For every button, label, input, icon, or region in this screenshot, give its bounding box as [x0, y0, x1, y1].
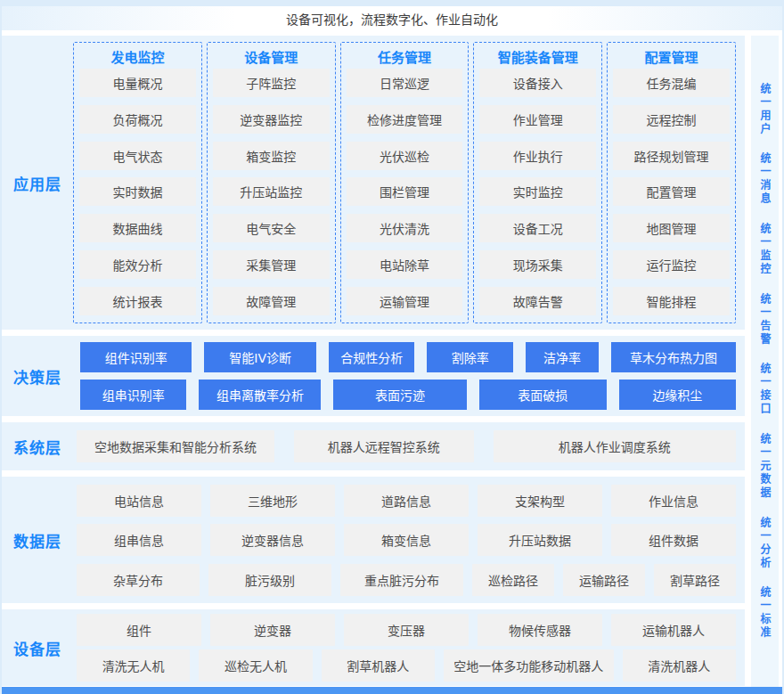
application-columns: 发电监控电量概况负荷概况电气状态实时数据数据曲线能效分析统计报表设备管理子阵监控…: [73, 36, 736, 330]
app-item: 路径规划管理: [613, 142, 730, 170]
device-row: 清洗无人机巡检无人机割草机器人空地一体多功能移动机器人清洗机器人: [73, 649, 736, 682]
data-item: 运输路径: [563, 564, 645, 596]
decision-item: 割除率: [427, 342, 513, 372]
decision-row: 组件识别率智能IV诊断合规性分析割除率洁净率草木分布热力图: [73, 342, 736, 372]
data-item: 三维地形: [210, 485, 335, 517]
app-item: 能效分析: [79, 250, 196, 279]
device-item: 变压器: [344, 614, 469, 646]
decision-layer-content: 组件识别率智能IV诊断合规性分析割除率洁净率草木分布热力图组串识别率组串离散率分…: [73, 336, 745, 416]
decision-item: 草木分布热力图: [611, 342, 736, 372]
app-item: 设备工况: [479, 214, 596, 242]
app-column-items: 子阵监控逆变器监控箱变监控升压站监控电气安全采集管理故障管理: [213, 69, 330, 315]
app-column: 配置管理任务混编远程控制路径规划管理配置管理地图管理运行监控智能排程: [607, 42, 736, 323]
app-column-header: 配置管理: [613, 47, 730, 69]
app-item: 电量概况: [79, 69, 196, 97]
title-bar: 设备可视化，流程数字化、作业自动化: [2, 6, 782, 30]
app-item: 日常巡逻: [347, 69, 463, 97]
app-item: 故障告警: [479, 287, 596, 315]
system-layer-label: 系统层: [2, 422, 73, 470]
architecture-diagram: 设备可视化，流程数字化、作业自动化 应用层 发电监控电量概况负荷概况电气状态实时…: [0, 0, 784, 694]
app-item: 升压站监控: [213, 177, 330, 206]
app-column: 发电监控电量概况负荷概况电气状态实时数据数据曲线能效分析统计报表: [73, 42, 202, 323]
data-row: 杂草分布脏污级别重点脏污分布巡检路径运输路径割草路径: [73, 564, 736, 596]
device-item: 逆变器: [210, 614, 335, 646]
decision-row: 组串识别率组串离散率分析表面污迹表面破损边缘积尘: [73, 380, 736, 410]
app-item: 运行监控: [613, 250, 730, 279]
app-item: 负荷概况: [79, 105, 196, 134]
sidebar-item: 统一告警: [757, 293, 772, 347]
app-item: 围栏管理: [347, 177, 463, 206]
data-rows: 电站信息三维地形道路信息支架构型作业信息组串信息逆变器信息箱变信息升压站数据组件…: [73, 477, 736, 603]
app-column-header: 发电监控: [79, 47, 196, 69]
application-layer-label: 应用层: [2, 36, 73, 330]
app-item: 作业执行: [479, 142, 596, 170]
app-item: 统计报表: [79, 287, 196, 315]
data-row: 组串信息逆变器信息箱变信息升压站数据组件数据: [73, 524, 736, 556]
app-item: 远程控制: [613, 105, 730, 134]
application-layer-band: 应用层 发电监控电量概况负荷概况电气状态实时数据数据曲线能效分析统计报表设备管理…: [2, 36, 745, 330]
app-column-items: 日常巡逻检修进度管理光伏巡检围栏管理光伏清洗电站除草运输管理: [347, 69, 463, 315]
app-item: 设备接入: [479, 69, 596, 97]
app-item: 检修进度管理: [347, 105, 463, 134]
app-item: 任务混编: [613, 69, 730, 97]
app-column: 任务管理日常巡逻检修进度管理光伏巡检围栏管理光伏清洗电站除草运输管理: [340, 42, 470, 323]
system-layer-content: 空地数据采集和智能分析系统机器人远程智控系统机器人作业调度系统: [73, 422, 745, 470]
data-item: 逆变器信息: [210, 524, 335, 556]
sidebar-item: 统一用户: [757, 83, 772, 136]
app-item: 实时监控: [479, 177, 596, 206]
system-items: 空地数据采集和智能分析系统机器人远程智控系统机器人作业调度系统: [73, 422, 736, 470]
app-item: 电气状态: [79, 142, 196, 170]
device-item: 清洗无人机: [77, 649, 190, 682]
app-item: 逆变器监控: [213, 105, 330, 134]
app-column-header: 设备管理: [213, 47, 330, 69]
device-item: 割草机器人: [322, 649, 435, 682]
data-layer-label: 数据层: [2, 477, 73, 603]
decision-item: 合规性分析: [329, 342, 415, 372]
device-layer-label: 设备层: [2, 609, 73, 686]
data-item: 支架构型: [478, 485, 602, 517]
app-item: 智能排程: [613, 287, 730, 315]
top-edge-strip: [2, 0, 782, 6]
system-item: 机器人作业调度系统: [494, 430, 736, 462]
data-row: 电站信息三维地形道路信息支架构型作业信息: [73, 485, 736, 517]
decision-rows: 组件识别率智能IV诊断合规性分析割除率洁净率草木分布热力图组串识别率组串离散率分…: [73, 336, 736, 416]
app-column-items: 任务混编远程控制路径规划管理配置管理地图管理运行监控智能排程: [613, 69, 730, 315]
device-item: 运输机器人: [611, 614, 736, 646]
sidebar-item: 统一元数据: [757, 433, 772, 500]
decision-item: 组串识别率: [80, 380, 186, 410]
decision-item: 表面破损: [479, 380, 607, 410]
app-item: 作业管理: [479, 105, 596, 134]
app-item: 子阵监控: [213, 69, 330, 97]
decision-item: 边缘积尘: [619, 380, 736, 410]
app-item: 光伏巡检: [347, 142, 463, 170]
data-item: 杂草分布: [77, 564, 200, 596]
app-item: 电气安全: [213, 214, 330, 242]
decision-item: 组串离散率分析: [199, 380, 321, 410]
app-item: 现场采集: [479, 250, 596, 279]
data-layer-band: 数据层 电站信息三维地形道路信息支架构型作业信息组串信息逆变器信息箱变信息升压站…: [2, 477, 745, 603]
sidebar-item: 统一消息: [757, 152, 772, 206]
sidebar-item: 统一分析: [757, 517, 772, 570]
app-item: 地图管理: [613, 214, 730, 242]
bottom-edge-strip: [2, 687, 782, 694]
app-item: 箱变监控: [213, 142, 330, 170]
data-item: 电站信息: [77, 485, 201, 517]
device-item: 空地一体多功能移动机器人: [444, 649, 614, 682]
data-item: 组串信息: [77, 524, 201, 556]
application-layer-content: 发电监控电量概况负荷概况电气状态实时数据数据曲线能效分析统计报表设备管理子阵监控…: [73, 36, 745, 330]
app-column-header: 智能装备管理: [479, 47, 596, 69]
app-item: 实时数据: [79, 177, 196, 206]
app-column: 智能装备管理设备接入作业管理作业执行实时监控设备工况现场采集故障告警: [473, 42, 602, 323]
data-item: 巡检路径: [472, 564, 554, 596]
decision-layer-band: 决策层 组件识别率智能IV诊断合规性分析割除率洁净率草木分布热力图组串识别率组串…: [2, 336, 745, 416]
sidebar-item: 统一接口: [757, 363, 772, 416]
sidebar-item: 统一标准: [757, 586, 772, 640]
system-layer-band: 系统层 空地数据采集和智能分析系统机器人远程智控系统机器人作业调度系统: [2, 422, 745, 470]
app-item: 采集管理: [213, 250, 330, 279]
decision-layer-label: 决策层: [2, 336, 73, 416]
app-item: 数据曲线: [79, 214, 196, 242]
data-item: 作业信息: [611, 485, 736, 517]
data-layer-content: 电站信息三维地形道路信息支架构型作业信息组串信息逆变器信息箱变信息升压站数据组件…: [73, 477, 745, 603]
app-item: 电站除草: [347, 250, 463, 279]
app-column: 设备管理子阵监控逆变器监控箱变监控升压站监控电气安全采集管理故障管理: [207, 42, 336, 323]
